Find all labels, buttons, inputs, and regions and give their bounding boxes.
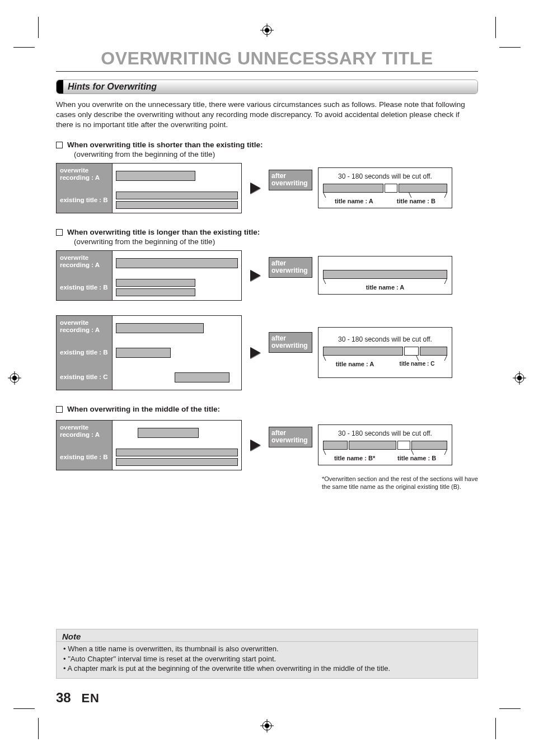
cutoff-note: 30 - 180 seconds will be cut off. bbox=[338, 430, 432, 437]
crop-mark bbox=[13, 47, 35, 48]
result-bar-c bbox=[420, 347, 447, 356]
crop-mark bbox=[13, 708, 35, 709]
label-overwrite-a: overwrite recording : A bbox=[57, 316, 113, 340]
label-existing-c: existing title : C bbox=[57, 365, 113, 390]
after-box-1: 30 - 180 seconds will be cut off. title … bbox=[318, 167, 452, 208]
case-2-heading: When overwriting title is longer than th… bbox=[56, 228, 478, 236]
result-bar-b-right bbox=[411, 441, 447, 450]
crop-mark bbox=[38, 718, 39, 739]
diagram-case-1: overwrite recording : A existing title :… bbox=[56, 163, 478, 213]
case-1-text: When overwriting title is shorter than t… bbox=[67, 141, 263, 149]
before-stack: overwrite recording : A existing title :… bbox=[56, 163, 242, 213]
result-bar-b-left bbox=[323, 441, 348, 450]
bar-a bbox=[116, 171, 195, 181]
after-box-3: 30 - 180 seconds will be cut off. title … bbox=[318, 424, 452, 465]
registration-mark-bottom bbox=[260, 719, 274, 732]
intro-paragraph: When you overwrite on the unnecessary ti… bbox=[56, 100, 478, 130]
label-overwrite-a: overwrite recording : A bbox=[57, 421, 113, 445]
result-gap bbox=[397, 441, 410, 450]
bar-a-long bbox=[116, 258, 238, 268]
title-name-b: title name : B bbox=[397, 455, 436, 461]
cutoff-note: 30 - 180 seconds will be cut off. bbox=[338, 335, 432, 343]
after-label: after overwriting bbox=[269, 427, 312, 448]
title-name-c: title name : C bbox=[400, 361, 435, 367]
crop-mark bbox=[495, 17, 496, 38]
result-bar-b bbox=[399, 184, 447, 193]
arrow-icon bbox=[250, 270, 260, 281]
section-heading: Hints for Overwriting bbox=[56, 80, 478, 94]
arrow-icon bbox=[250, 183, 260, 194]
result-gap bbox=[385, 184, 397, 193]
diagram-case-3: overwrite recording : A existing title :… bbox=[56, 420, 478, 470]
result-bar-a bbox=[323, 184, 383, 193]
checkbox-icon bbox=[56, 406, 63, 413]
result-bar-a bbox=[323, 347, 403, 356]
arrow-icon bbox=[250, 440, 260, 451]
registration-mark-top bbox=[260, 24, 274, 37]
result-bar-a-mid bbox=[349, 441, 396, 450]
bar-b2 bbox=[116, 288, 195, 296]
after-box-2a: title name : A bbox=[318, 256, 452, 295]
title-name-b-star: title name : B* bbox=[334, 455, 375, 461]
label-existing-b: existing title : B bbox=[57, 340, 113, 365]
diagram-case-2b: overwrite recording : A existing title :… bbox=[56, 315, 478, 390]
bar-c bbox=[175, 372, 229, 382]
before-stack: overwrite recording : A existing title :… bbox=[56, 250, 242, 301]
section-label: Hints for Overwriting bbox=[63, 80, 477, 94]
bar-b2 bbox=[116, 201, 238, 209]
title-name-a: title name : A bbox=[366, 284, 405, 291]
crop-mark bbox=[495, 718, 496, 739]
after-label: after overwriting bbox=[269, 257, 312, 278]
bar-b1 bbox=[116, 192, 238, 199]
registration-mark-left bbox=[8, 371, 21, 385]
bar-b2 bbox=[116, 458, 238, 466]
diagram-case-2a: overwrite recording : A existing title :… bbox=[56, 250, 478, 301]
footnote: *Overwritten section and the rest of the… bbox=[322, 475, 479, 491]
note-item: "Auto Chapter" interval time is reset at… bbox=[63, 654, 471, 664]
label-existing-b: existing title : B bbox=[57, 276, 113, 300]
note-item: A chapter mark is put at the beginning o… bbox=[63, 664, 471, 674]
crop-mark bbox=[499, 708, 521, 709]
bar-a bbox=[116, 323, 204, 333]
page-number-value: 38 bbox=[56, 690, 71, 705]
title-name-b: title name : B bbox=[397, 198, 435, 204]
cutoff-note: 30 - 180 seconds will be cut off. bbox=[338, 172, 432, 180]
note-item: When a title name is overwritten, its th… bbox=[63, 644, 471, 654]
title-rule bbox=[56, 71, 478, 72]
page-lang: EN bbox=[81, 691, 100, 705]
page-title: OVERWRITING UNNECESSARY TITLE bbox=[56, 48, 478, 69]
case-1-sub: (overwriting from the beginning of the t… bbox=[74, 150, 478, 158]
result-bar-a-full bbox=[323, 270, 447, 279]
case-3-heading: When overwriting in the middle of the ti… bbox=[56, 405, 478, 413]
case-1-heading: When overwriting title is shorter than t… bbox=[56, 141, 478, 149]
bar-a-mid bbox=[138, 428, 199, 438]
label-overwrite-a: overwrite recording : A bbox=[57, 251, 113, 276]
case-2-sub: (overwriting from the beginning of the t… bbox=[74, 237, 478, 246]
before-stack-3: overwrite recording : A existing title :… bbox=[56, 315, 242, 390]
crop-mark bbox=[499, 47, 521, 48]
bar-b bbox=[116, 348, 171, 358]
after-label: after overwriting bbox=[269, 170, 312, 191]
label-existing-b: existing title : B bbox=[57, 188, 113, 213]
result-gap bbox=[404, 347, 419, 356]
note-list: When a title name is overwritten, its th… bbox=[57, 642, 477, 678]
bar-b1 bbox=[116, 279, 195, 287]
title-name-a: title name : A bbox=[336, 361, 374, 367]
after-box-2b: 30 - 180 seconds will be cut off. title … bbox=[318, 327, 452, 378]
checkbox-icon bbox=[56, 229, 63, 236]
note-box: Note When a title name is overwritten, i… bbox=[56, 629, 478, 679]
page-number: 38 EN bbox=[56, 690, 100, 706]
after-label: after overwriting bbox=[269, 332, 312, 353]
section-accent bbox=[57, 80, 63, 94]
bar-b1 bbox=[116, 449, 238, 456]
page-content: OVERWRITING UNNECESSARY TITLE Hints for … bbox=[56, 45, 478, 711]
registration-mark-right bbox=[513, 371, 526, 385]
label-existing-b: existing title : B bbox=[57, 445, 113, 470]
before-stack: overwrite recording : A existing title :… bbox=[56, 420, 242, 470]
checkbox-icon bbox=[56, 142, 63, 148]
label-overwrite-a: overwrite recording : A bbox=[57, 164, 113, 188]
arrow-icon bbox=[250, 347, 260, 358]
case-3-text: When overwriting in the middle of the ti… bbox=[67, 405, 220, 413]
title-name-a: title name : A bbox=[335, 198, 373, 204]
note-title: Note bbox=[57, 629, 477, 642]
